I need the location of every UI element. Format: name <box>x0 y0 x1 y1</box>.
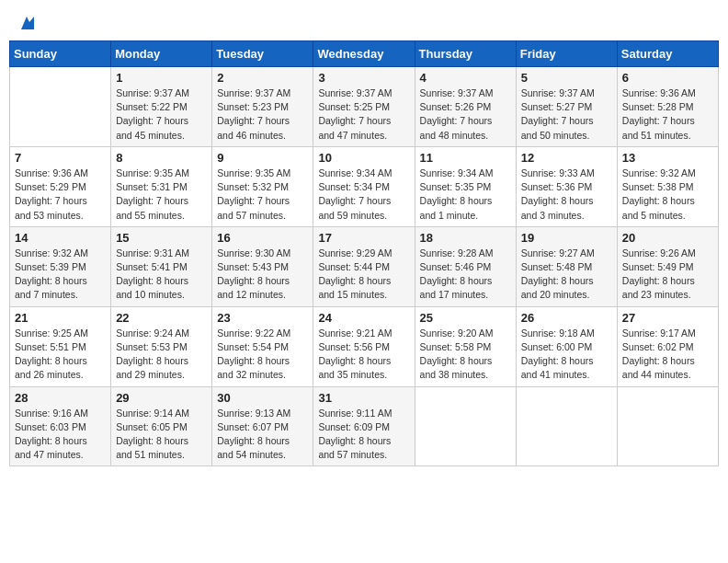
calendar-cell: 27Sunrise: 9:17 AMSunset: 6:02 PMDayligh… <box>617 306 718 386</box>
day-number: 8 <box>116 151 207 165</box>
day-info: Sunrise: 9:37 AMSunset: 5:25 PMDaylight:… <box>318 86 409 143</box>
calendar-cell: 25Sunrise: 9:20 AMSunset: 5:58 PMDayligh… <box>415 306 516 386</box>
day-number: 13 <box>622 151 713 165</box>
day-info: Sunrise: 9:14 AMSunset: 6:05 PMDaylight:… <box>116 407 207 463</box>
calendar-table: SundayMondayTuesdayWednesdayThursdayFrid… <box>9 40 719 466</box>
calendar-cell: 3Sunrise: 9:37 AMSunset: 5:25 PMDaylight… <box>313 67 415 147</box>
calendar-cell: 12Sunrise: 9:33 AMSunset: 5:36 PMDayligh… <box>516 146 617 226</box>
day-info: Sunrise: 9:31 AMSunset: 5:41 PMDaylight:… <box>116 247 207 303</box>
calendar-cell: 28Sunrise: 9:16 AMSunset: 6:03 PMDayligh… <box>10 386 111 466</box>
calendar-body: 1Sunrise: 9:37 AMSunset: 5:22 PMDaylight… <box>10 67 719 466</box>
calendar-cell: 21Sunrise: 9:25 AMSunset: 5:51 PMDayligh… <box>10 306 111 386</box>
day-number: 25 <box>420 311 511 325</box>
day-number: 24 <box>318 311 409 325</box>
calendar-cell: 29Sunrise: 9:14 AMSunset: 6:05 PMDayligh… <box>111 386 212 466</box>
calendar-week-row: 7Sunrise: 9:36 AMSunset: 5:29 PMDaylight… <box>10 146 719 226</box>
day-number: 2 <box>217 71 308 85</box>
logo-icon <box>17 13 38 33</box>
calendar-week-row: 1Sunrise: 9:37 AMSunset: 5:22 PMDaylight… <box>10 67 719 147</box>
day-info: Sunrise: 9:28 AMSunset: 5:46 PMDaylight:… <box>420 247 511 303</box>
weekday-header: Tuesday <box>212 41 313 67</box>
day-number: 26 <box>521 311 612 325</box>
weekday-header: Thursday <box>415 41 516 67</box>
day-number: 28 <box>15 391 106 405</box>
calendar-header: SundayMondayTuesdayWednesdayThursdayFrid… <box>10 41 719 67</box>
calendar-week-row: 28Sunrise: 9:16 AMSunset: 6:03 PMDayligh… <box>10 386 719 466</box>
day-number: 1 <box>116 71 207 85</box>
calendar-cell: 5Sunrise: 9:37 AMSunset: 5:27 PMDaylight… <box>516 67 617 147</box>
day-number: 11 <box>420 151 511 165</box>
day-number: 6 <box>622 71 713 85</box>
day-info: Sunrise: 9:32 AMSunset: 5:38 PMDaylight:… <box>622 167 713 223</box>
weekday-header: Monday <box>111 41 212 67</box>
day-number: 14 <box>15 231 106 245</box>
day-number: 21 <box>15 311 106 325</box>
day-info: Sunrise: 9:20 AMSunset: 5:58 PMDaylight:… <box>420 327 511 383</box>
day-number: 23 <box>217 311 308 325</box>
weekday-header: Friday <box>516 41 617 67</box>
logo <box>17 13 39 29</box>
calendar-cell: 4Sunrise: 9:37 AMSunset: 5:26 PMDaylight… <box>415 67 516 147</box>
calendar-cell: 11Sunrise: 9:34 AMSunset: 5:35 PMDayligh… <box>415 146 516 226</box>
weekday-header: Sunday <box>10 41 111 67</box>
day-info: Sunrise: 9:17 AMSunset: 6:02 PMDaylight:… <box>622 327 713 383</box>
day-info: Sunrise: 9:30 AMSunset: 5:43 PMDaylight:… <box>217 247 308 303</box>
day-number: 9 <box>217 151 308 165</box>
calendar-cell: 24Sunrise: 9:21 AMSunset: 5:56 PMDayligh… <box>313 306 415 386</box>
day-info: Sunrise: 9:36 AMSunset: 5:28 PMDaylight:… <box>622 86 713 143</box>
calendar-cell: 20Sunrise: 9:26 AMSunset: 5:49 PMDayligh… <box>617 226 718 306</box>
day-info: Sunrise: 9:27 AMSunset: 5:48 PMDaylight:… <box>521 247 612 303</box>
day-number: 15 <box>116 231 207 245</box>
calendar-cell <box>516 386 617 466</box>
day-info: Sunrise: 9:16 AMSunset: 6:03 PMDaylight:… <box>15 407 106 463</box>
day-number: 20 <box>622 231 713 245</box>
calendar-cell: 10Sunrise: 9:34 AMSunset: 5:34 PMDayligh… <box>313 146 415 226</box>
day-number: 27 <box>622 311 713 325</box>
day-info: Sunrise: 9:32 AMSunset: 5:39 PMDaylight:… <box>15 247 106 303</box>
calendar-cell: 13Sunrise: 9:32 AMSunset: 5:38 PMDayligh… <box>617 146 718 226</box>
day-info: Sunrise: 9:29 AMSunset: 5:44 PMDaylight:… <box>318 247 409 303</box>
calendar-week-row: 14Sunrise: 9:32 AMSunset: 5:39 PMDayligh… <box>10 226 719 306</box>
calendar-week-row: 21Sunrise: 9:25 AMSunset: 5:51 PMDayligh… <box>10 306 719 386</box>
day-info: Sunrise: 9:24 AMSunset: 5:53 PMDaylight:… <box>116 327 207 383</box>
calendar-cell: 1Sunrise: 9:37 AMSunset: 5:22 PMDaylight… <box>111 67 212 147</box>
day-number: 19 <box>521 231 612 245</box>
calendar-cell: 2Sunrise: 9:37 AMSunset: 5:23 PMDaylight… <box>212 67 313 147</box>
day-info: Sunrise: 9:34 AMSunset: 5:35 PMDaylight:… <box>420 167 511 223</box>
day-number: 17 <box>318 231 409 245</box>
calendar-cell: 31Sunrise: 9:11 AMSunset: 6:09 PMDayligh… <box>313 386 415 466</box>
day-info: Sunrise: 9:37 AMSunset: 5:22 PMDaylight:… <box>116 86 207 143</box>
weekday-header: Wednesday <box>313 41 415 67</box>
calendar-cell: 26Sunrise: 9:18 AMSunset: 6:00 PMDayligh… <box>516 306 617 386</box>
day-info: Sunrise: 9:25 AMSunset: 5:51 PMDaylight:… <box>15 327 106 383</box>
day-number: 16 <box>217 231 308 245</box>
calendar-cell: 9Sunrise: 9:35 AMSunset: 5:32 PMDaylight… <box>212 146 313 226</box>
calendar-cell: 8Sunrise: 9:35 AMSunset: 5:31 PMDaylight… <box>111 146 212 226</box>
day-number: 31 <box>318 391 409 405</box>
calendar-cell: 16Sunrise: 9:30 AMSunset: 5:43 PMDayligh… <box>212 226 313 306</box>
day-info: Sunrise: 9:36 AMSunset: 5:29 PMDaylight:… <box>15 167 106 223</box>
day-info: Sunrise: 9:34 AMSunset: 5:34 PMDaylight:… <box>318 167 409 223</box>
calendar-cell: 15Sunrise: 9:31 AMSunset: 5:41 PMDayligh… <box>111 226 212 306</box>
weekday-row: SundayMondayTuesdayWednesdayThursdayFrid… <box>10 41 719 67</box>
day-info: Sunrise: 9:13 AMSunset: 6:07 PMDaylight:… <box>217 407 308 463</box>
calendar-cell: 22Sunrise: 9:24 AMSunset: 5:53 PMDayligh… <box>111 306 212 386</box>
page-header <box>9 9 719 33</box>
calendar-cell <box>617 386 718 466</box>
day-number: 12 <box>521 151 612 165</box>
day-number: 22 <box>116 311 207 325</box>
calendar-cell: 30Sunrise: 9:13 AMSunset: 6:07 PMDayligh… <box>212 386 313 466</box>
calendar-cell: 7Sunrise: 9:36 AMSunset: 5:29 PMDaylight… <box>10 146 111 226</box>
calendar-cell <box>10 67 111 147</box>
day-number: 30 <box>217 391 308 405</box>
day-info: Sunrise: 9:21 AMSunset: 5:56 PMDaylight:… <box>318 327 409 383</box>
calendar-cell: 19Sunrise: 9:27 AMSunset: 5:48 PMDayligh… <box>516 226 617 306</box>
day-info: Sunrise: 9:22 AMSunset: 5:54 PMDaylight:… <box>217 327 308 383</box>
weekday-header: Saturday <box>617 41 718 67</box>
day-info: Sunrise: 9:11 AMSunset: 6:09 PMDaylight:… <box>318 407 409 463</box>
day-info: Sunrise: 9:35 AMSunset: 5:31 PMDaylight:… <box>116 167 207 223</box>
day-info: Sunrise: 9:37 AMSunset: 5:23 PMDaylight:… <box>217 86 308 143</box>
calendar-cell: 23Sunrise: 9:22 AMSunset: 5:54 PMDayligh… <box>212 306 313 386</box>
day-info: Sunrise: 9:37 AMSunset: 5:27 PMDaylight:… <box>521 86 612 143</box>
svg-marker-0 <box>21 17 34 29</box>
